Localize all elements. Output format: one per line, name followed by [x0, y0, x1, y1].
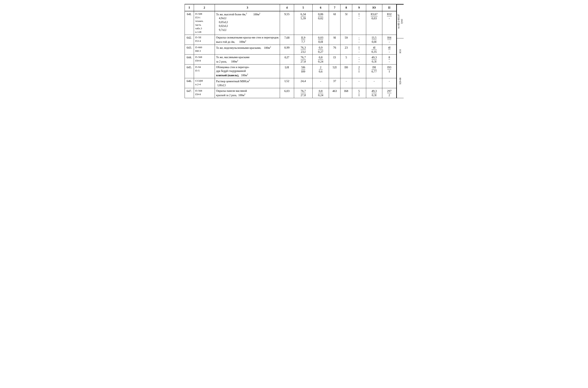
- row-641-col10: IO,67 0,03: [366, 11, 382, 35]
- row-646-col2: ССЦМ п.2-4: [194, 78, 215, 88]
- row-646-col5: 24,4: [294, 78, 312, 88]
- row-647-col4: 6,03: [280, 88, 294, 98]
- row-642-col5: II,9 7,7: [294, 35, 312, 45]
- row-647-col8: I68: [341, 88, 352, 98]
- header-col8: 8: [341, 4, 352, 11]
- row-647-col1: 647.: [185, 88, 194, 98]
- main-table: I 2 3 4 5 6 7 8 9 IO II 64I. I5-508 I53: [185, 4, 396, 98]
- row-643-col2: I5-660 I68-3: [194, 45, 215, 54]
- row-643-col10: 4I 0,35: [366, 45, 382, 54]
- row-645-col10: I9I 0,77: [366, 64, 382, 78]
- row-644-col2: I5-568 I59-8: [194, 54, 215, 64]
- row-644-col6: 0,8 0,24: [312, 54, 329, 64]
- row-644-col9: - -: [352, 54, 366, 64]
- row-644-col10: 49,3 0,3I: [366, 54, 382, 64]
- row-645-col5: 5I6 I09: [294, 64, 312, 78]
- row-646-col7: 37: [329, 78, 340, 88]
- row-644-col8: 5: [341, 54, 352, 64]
- row-642-col3: Окраска силикатными краска-ми стен и пер…: [215, 35, 280, 45]
- row-645-col7: 52I: [329, 64, 340, 78]
- row-643-col7: 76: [329, 45, 340, 54]
- row-646-col6: -: [312, 78, 329, 88]
- row-642-col4: 7,68: [280, 35, 294, 45]
- row-641-col5: 6,34 5,39: [294, 11, 312, 35]
- row-646-col11: -: [382, 78, 396, 88]
- side-label-io3: IO3: [397, 38, 404, 64]
- row-646-col9: -: [352, 78, 366, 88]
- row-641-col6: 0,06 0,02: [312, 11, 329, 35]
- row-644-col1: 644.: [185, 54, 194, 64]
- header-col2: 2: [194, 4, 215, 11]
- header-col1: I: [185, 4, 194, 11]
- row-641-col2: I5-508 I53-i технич. часть табл.3 п.3.I8: [194, 11, 215, 35]
- row-644-col4: 0,I7: [280, 54, 294, 64]
- row-643-col3: То же, водоэмульсионными красками, 100м2: [215, 45, 280, 54]
- row-643-col6: 0,9 0,27: [312, 45, 329, 54]
- table-row: 64I. I5-508 I53-i технич. часть табл.3 п…: [185, 11, 396, 35]
- row-641-col3: То же, высотой более 4м,2 100м2 4,9xI,I …: [215, 11, 280, 35]
- row-644-col7: I3: [329, 54, 340, 64]
- row-646-col1: 646.: [185, 78, 194, 88]
- row-641-col8: 5I: [341, 11, 352, 35]
- row-643-col5: 76,3 23,I: [294, 45, 312, 54]
- header-col11: II: [382, 4, 396, 11]
- row-647-col7: 463: [329, 88, 340, 98]
- row-645-col8: II0: [341, 64, 352, 78]
- table-container: I 2 3 4 5 6 7 8 9 IO II 64I. I5-508 I53: [185, 4, 396, 98]
- row-642-col7: 9I: [329, 35, 340, 45]
- row-642-col11: I04 -: [382, 35, 396, 45]
- header-col9: 9: [352, 4, 366, 11]
- row-645-col1: 645.: [185, 64, 194, 78]
- row-647-col6: 0,8 0,24: [312, 88, 329, 98]
- row-645-col4: I,0I: [280, 64, 294, 78]
- table-row: 642. I5-5II I53-4 Окраска силикатными кр…: [185, 35, 396, 45]
- header-col10: IO: [366, 4, 382, 11]
- row-642-col6: 0,03 0,0I: [312, 35, 329, 45]
- header-col5: 5: [294, 4, 312, 11]
- row-644-col5: 76,7 27,8: [294, 54, 312, 64]
- table-row: 646. ССЦМ п.2-4 Раствор цементный MI00,м…: [185, 78, 396, 88]
- table-row: 647. I5-568 I59-8 Окраска панели масляно…: [185, 88, 396, 98]
- row-642-col10: I3,5 0,0I: [366, 35, 382, 45]
- row-643-col8: 23: [341, 45, 352, 54]
- row-641-col7: 6I: [329, 11, 340, 35]
- table-row: 645. I5-94 I5-5 Облицовка стен и перегор…: [185, 64, 396, 78]
- row-643-col9: I -: [352, 45, 366, 54]
- row-645-col2: I5-94 I5-5: [194, 64, 215, 78]
- header-row: I 2 3 4 5 6 7 8 9 IO II: [185, 4, 396, 11]
- header-col6: 6: [312, 4, 329, 11]
- row-642-col8: 59: [341, 35, 352, 45]
- side-label-bottom: 929-08: [397, 64, 404, 98]
- row-647-col10: 49,3 0,3I: [366, 88, 382, 98]
- row-647-col3: Окраска панели масляной краской за 2 раз…: [215, 88, 280, 98]
- row-641-col4: 9,55: [280, 11, 294, 35]
- row-647-col5: 76,7 27,8: [294, 88, 312, 98]
- side-labels: тп 4II-2-I83.87(уш) IO3 929-08: [396, 4, 404, 98]
- row-641-col9: I -: [352, 11, 366, 35]
- row-645-col6: 2 0,6: [312, 64, 329, 78]
- row-641-col1: 64I.: [185, 11, 194, 35]
- row-645-col9: 2 I: [352, 64, 366, 78]
- row-646-col4: I,52: [280, 78, 294, 88]
- page-wrapper: I 2 3 4 5 6 7 8 9 IO II 64I. I5-508 I53: [185, 4, 404, 98]
- row-645-col11: I93 I: [382, 64, 396, 78]
- row-642-col9: - -: [352, 35, 366, 45]
- table-row: 644. I5-568 I59-8 То же, масляными краск…: [185, 54, 396, 64]
- row-646-col3: Раствор цементный MI00,м3 I,0IxI,5: [215, 78, 280, 88]
- header-col7: 7: [329, 4, 340, 11]
- table-row: 643. I5-660 I68-3 То же, водоэмульсионны…: [185, 45, 396, 54]
- row-643-col1: 643.: [185, 45, 194, 54]
- row-641-col11: IO2 -: [382, 11, 396, 35]
- row-646-col10: -: [366, 78, 382, 88]
- header-col3: 3: [215, 4, 280, 11]
- row-642-col2: I5-5II I53-4: [194, 35, 215, 45]
- row-646-col8: -: [341, 78, 352, 88]
- header-col4: 4: [280, 4, 294, 11]
- row-643-col11: 4I -: [382, 45, 396, 54]
- row-645-col3: Облицовка стен и перегоро- док белой гла…: [215, 64, 280, 78]
- row-644-col11: 8 -: [382, 54, 396, 64]
- row-644-col3: То же, масляными краскамиза 2 раза, 100м…: [215, 54, 280, 64]
- row-647-col11: 297 2: [382, 88, 396, 98]
- row-643-col4: 0,99: [280, 45, 294, 54]
- row-642-col1: 642.: [185, 35, 194, 45]
